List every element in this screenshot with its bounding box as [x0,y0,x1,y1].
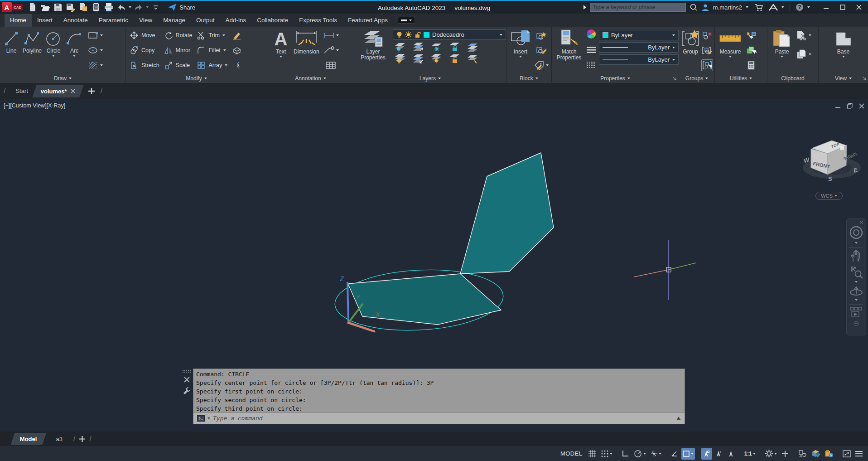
hatch-tool[interactable] [88,59,103,71]
array-dropdown-caret[interactable] [225,64,227,66]
isolate-objects-toggle[interactable] [797,448,808,460]
block-panel-label[interactable]: Block [506,73,551,83]
layer-make-current-tool[interactable] [467,42,479,52]
layer-on-tool[interactable] [395,53,406,63]
erase-tool[interactable] [232,29,242,41]
osnap-2d-toggle[interactable] [701,448,712,460]
customization-caret[interactable] [774,453,777,455]
quick-calculator-tool[interactable] [747,59,756,71]
ellipse-tool[interactable] [88,44,103,56]
tab-output[interactable]: Output [191,14,220,27]
snap-toggle[interactable] [599,448,614,460]
scale-tool[interactable]: Scale [164,59,193,71]
command-prompt-icon[interactable] [197,415,205,422]
close-window-button[interactable] [853,2,865,12]
dynamic-input-toggle[interactable] [669,448,680,460]
new-file-tab-button[interactable] [88,87,95,95]
ribbon-display-toggle[interactable] [398,17,415,24]
osnap-tracking-toggle[interactable] [649,448,663,460]
object-snap-toggle[interactable] [726,448,737,460]
mirror-tool[interactable]: Mirror [164,44,193,56]
customize-menu-button[interactable] [854,448,864,460]
annotation-panel-label[interactable]: Annotation [267,73,354,83]
command-customize-icon[interactable] [183,386,191,395]
annotation-scale-control[interactable]: 1:1 [743,448,757,460]
text-tool[interactable]: A Text [272,28,290,58]
line-tool[interactable]: Line [3,28,20,54]
tab-manage[interactable]: Manage [158,14,191,27]
layer-isolate-tool[interactable] [413,42,424,52]
polyline-tool[interactable]: Polyline [23,28,42,54]
fillet-dropdown-caret[interactable] [223,49,226,51]
dimension-tool[interactable]: Dimension [294,28,319,55]
new-layout-button[interactable] [79,436,86,442]
layer-lock-tool[interactable] [449,42,461,52]
tab-annotate[interactable]: Annotate [58,14,93,27]
edit-attributes-tool[interactable] [534,59,549,71]
insert-block-tool[interactable]: Insert [510,28,531,58]
tab-express-tools[interactable]: Express Tools [294,14,342,27]
help-menu-caret[interactable] [807,6,810,8]
layer-unisolate-tool[interactable] [413,53,424,63]
stretch-tool[interactable]: Stretch [130,59,159,71]
ungroup-tool[interactable] [702,29,713,41]
linear-dimension-tool[interactable] [323,29,339,41]
dodecahedron-base-face[interactable] [348,274,501,325]
linetype-dropdown[interactable]: ByLayer [599,54,679,65]
copy-tool[interactable]: Copy [130,44,159,56]
grid-toggle[interactable] [587,448,598,460]
navigation-bar[interactable] [846,218,866,335]
open-from-web-mobile-button[interactable] [91,2,101,13]
color-wheel-icon[interactable] [587,29,596,39]
command-window[interactable]: Command: CIRCLE Specify center point for… [180,369,685,424]
share-icon[interactable] [167,2,178,13]
plot-button[interactable] [103,2,114,13]
wcs-menu[interactable]: WCS [815,192,843,200]
layout-tab-model[interactable]: Model [11,433,46,445]
trim-tool[interactable]: Trim [197,29,227,41]
circle-dropdown-caret[interactable] [52,55,55,57]
save-to-web-mobile-button[interactable] [78,2,89,13]
text-dropdown-caret[interactable] [280,56,282,58]
command-expand-icon[interactable] [676,417,681,420]
linetype-icon[interactable] [586,61,596,68]
properties-panel-label[interactable]: Properties [552,73,679,83]
group-edit-tool[interactable] [702,44,713,56]
offset-tool[interactable] [232,59,242,71]
lineweight-icon[interactable] [586,46,596,53]
base-tool[interactable]: Base [834,28,854,58]
undo-dropdown-caret[interactable] [129,6,131,8]
command-grip-handle[interactable] [182,369,191,373]
graphics-performance-toggle[interactable] [810,448,822,460]
create-block-tool[interactable] [536,29,547,41]
insert-dropdown-caret[interactable] [519,56,522,58]
paste-dropdown-caret[interactable] [781,56,783,58]
close-file-tab-icon[interactable] [71,89,75,93]
redo-dropdown-caret[interactable] [146,6,149,8]
match-properties-tool[interactable]: Match Properties [555,28,583,61]
model-space-badge[interactable]: MODEL [560,450,583,457]
user-avatar-icon[interactable] [701,3,709,11]
copy-clip-tool[interactable] [796,49,811,60]
cut-tool[interactable] [796,29,811,41]
polar-caret[interactable] [643,453,646,455]
cart-icon[interactable] [755,4,763,11]
arc-dropdown-caret[interactable] [73,55,76,57]
polar-tracking-toggle[interactable] [632,448,647,460]
share-label[interactable]: Share [179,4,195,11]
snap-caret[interactable] [610,453,612,455]
search-icon[interactable] [690,3,698,11]
redo-button[interactable] [133,2,144,13]
tab-insert[interactable]: Insert [32,14,58,27]
groups-panel-label[interactable]: Groups [679,73,714,83]
layout-tab-a3[interactable]: a3 [49,433,70,445]
navbar-close-icon[interactable] [859,220,864,225]
save-button[interactable] [53,2,63,13]
modify-panel-label[interactable]: Modify [126,73,267,83]
open-drawing-button[interactable] [40,2,51,13]
arc-tool[interactable]: Arc [65,28,83,57]
orbit-icon[interactable] [849,285,863,297]
customize-qat-button[interactable] [150,2,161,13]
search-expand-arrow[interactable] [583,5,586,10]
viewcube-corner[interactable] [840,146,844,150]
